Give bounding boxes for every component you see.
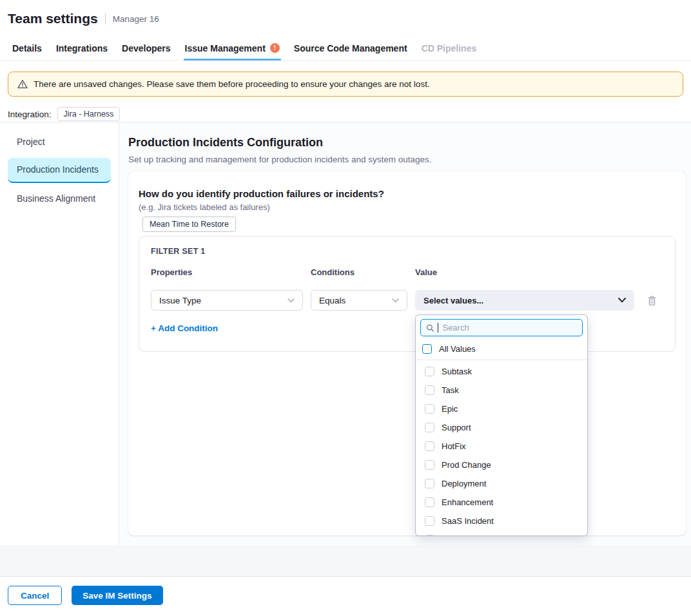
value-select-wrap: Select values... <box>415 290 634 311</box>
section-subtitle: Set up tracking and management for produ… <box>128 154 686 165</box>
page-header: Team settings Manager 16 <box>0 0 691 36</box>
option-enhancement[interactable]: Enhancement <box>416 493 587 512</box>
metric-tag[interactable]: Mean Time to Restore <box>142 217 236 232</box>
filter-condition-row: Issue Type Equals <box>151 290 663 311</box>
option-checkbox[interactable] <box>425 516 434 526</box>
footer-band <box>0 545 691 577</box>
option-hotfix[interactable]: HotFix <box>416 437 587 456</box>
property-select[interactable]: Issue Type <box>151 290 303 311</box>
sidebar-item-production-incidents[interactable]: Production Incidents <box>8 158 111 183</box>
chevron-down-icon <box>618 298 626 303</box>
settings-tabbar: Details Integrations Developers Issue Ma… <box>0 36 691 61</box>
all-values-option[interactable]: All Values <box>416 340 587 360</box>
option-checkbox[interactable] <box>425 535 434 536</box>
main-panel: Production Incidents Configuration Set u… <box>119 122 691 545</box>
question-hint: (e.g. Jira tickets labeled as failures) <box>139 202 676 213</box>
option-checkbox[interactable] <box>425 479 434 488</box>
trash-icon <box>647 295 657 306</box>
value-column-label: Value <box>415 267 437 278</box>
tab-integrations[interactable]: Integrations <box>56 36 108 60</box>
incidents-config-card: How do you identify production failures … <box>128 171 686 535</box>
dropdown-search-box <box>420 319 583 336</box>
delete-condition-button[interactable] <box>646 294 658 307</box>
condition-select-value: Equals <box>319 296 346 305</box>
integration-row: Integration: Jira - Harness <box>8 107 683 121</box>
option-checkbox[interactable] <box>425 367 434 376</box>
all-values-label: All Values <box>439 344 476 354</box>
integration-chip[interactable]: Jira - Harness <box>57 107 121 121</box>
question-heading: How do you identify production failures … <box>139 188 676 200</box>
chevron-down-icon <box>287 298 295 303</box>
tab-cd-pipelines: CD Pipelines <box>422 36 477 60</box>
option-checkbox[interactable] <box>425 497 434 507</box>
option-checkbox[interactable] <box>425 404 434 414</box>
sidebar-item-business-alignment[interactable]: Business Alignment <box>8 187 111 211</box>
section-title: Production Incidents Configuration <box>128 135 686 149</box>
option-task[interactable]: Task <box>416 381 587 399</box>
title-divider <box>105 13 106 24</box>
option-checkbox[interactable] <box>425 460 434 470</box>
banner-text: There are unsaved changes. Please save t… <box>34 78 430 90</box>
condition-select[interactable]: Equals <box>311 290 407 311</box>
team-name-label: Manager 16 <box>113 14 159 24</box>
filter-column-labels: Properties Conditions Value <box>151 267 663 278</box>
value-select-placeholder: Select values... <box>423 296 483 305</box>
option-prod-change[interactable]: Prod Change <box>416 456 587 474</box>
sidebar-item-project[interactable]: Project <box>8 130 111 154</box>
tab-details[interactable]: Details <box>12 36 42 60</box>
option-support[interactable]: Support <box>416 418 587 437</box>
option-checkbox[interactable] <box>425 423 434 432</box>
filter-set-title: FILTER SET 1 <box>151 246 663 256</box>
dropdown-search-input[interactable] <box>442 323 577 332</box>
option-deployment[interactable]: Deployment <box>416 474 587 493</box>
tab-issue-management[interactable]: Issue Management ! <box>185 36 280 60</box>
tab-developers[interactable]: Developers <box>122 36 170 60</box>
option-saas-incident[interactable]: SaaS Incident <box>416 512 587 530</box>
integration-label: Integration: <box>8 110 52 119</box>
warning-triangle-icon <box>17 79 28 89</box>
properties-column-label: Properties <box>151 267 311 278</box>
page-title: Team settings <box>8 10 98 27</box>
property-select-value: Issue Type <box>159 296 201 305</box>
all-values-checkbox[interactable] <box>422 344 432 354</box>
option-checkbox[interactable] <box>425 441 434 451</box>
config-sidebar: Project Production Incidents Business Al… <box>0 122 119 545</box>
text-cursor <box>438 323 438 332</box>
value-multiselect[interactable]: Select values... <box>415 290 634 311</box>
cancel-button[interactable]: Cancel <box>8 586 62 605</box>
unsaved-changes-banner: There are unsaved changes. Please save t… <box>8 72 683 97</box>
option-customer-notification[interactable]: Customer Notification <box>416 530 587 536</box>
conditions-column-label: Conditions <box>311 267 415 278</box>
action-footer: Cancel Save IM Settings <box>0 577 691 616</box>
chevron-down-icon <box>392 298 399 303</box>
content-area: Project Production Incidents Business Al… <box>0 122 691 545</box>
filter-set-panel: FILTER SET 1 Properties Conditions Value… <box>139 236 676 352</box>
value-dropdown: All Values Subtask Task <box>415 314 588 536</box>
dropdown-option-list: Subtask Task Epic <box>416 362 587 536</box>
unsaved-changes-badge-icon: ! <box>270 43 280 53</box>
search-icon <box>426 323 434 332</box>
add-condition-button[interactable]: + Add Condition <box>151 323 218 334</box>
option-checkbox[interactable] <box>425 385 434 395</box>
option-epic[interactable]: Epic <box>416 399 587 418</box>
save-im-settings-button[interactable]: Save IM Settings <box>72 586 162 605</box>
tab-source-code-management[interactable]: Source Code Management <box>294 36 407 60</box>
team-settings-page: Team settings Manager 16 Details Integra… <box>0 0 691 616</box>
option-subtask[interactable]: Subtask <box>416 362 587 381</box>
